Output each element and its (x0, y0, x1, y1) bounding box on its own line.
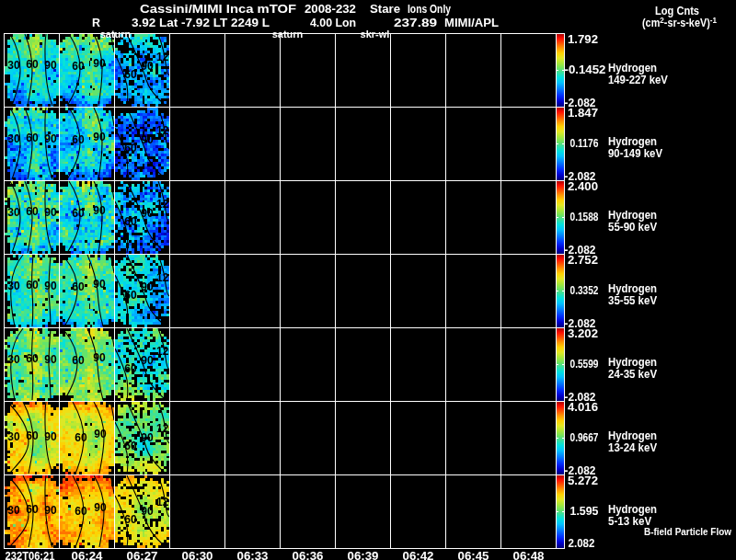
svg-text:MIMI/APL: MIMI/APL (444, 16, 499, 29)
svg-text:30: 30 (7, 132, 20, 145)
svg-text:1.847: 1.847 (568, 106, 598, 120)
svg-text:149-227 keV: 149-227 keV (608, 73, 668, 86)
svg-text:90: 90 (93, 351, 106, 364)
svg-text:90: 90 (141, 280, 154, 293)
svg-text:60: 60 (26, 279, 39, 291)
svg-text:saturn: saturn (100, 29, 132, 40)
svg-text:60: 60 (124, 142, 137, 154)
svg-text:06:36: 06:36 (293, 550, 324, 560)
svg-text:06:45: 06:45 (458, 550, 489, 560)
svg-text:60: 60 (26, 131, 39, 144)
svg-text:4.00 Lon: 4.00 Lon (310, 16, 356, 29)
svg-text:60: 60 (124, 215, 137, 228)
svg-text:60: 60 (124, 440, 137, 452)
svg-text:60: 60 (124, 362, 137, 375)
svg-text:30: 30 (7, 280, 20, 292)
svg-text:60: 60 (26, 429, 39, 442)
svg-text:90: 90 (93, 278, 106, 291)
svg-text:06:24: 06:24 (72, 550, 103, 560)
svg-text:60: 60 (72, 60, 85, 73)
svg-text:3.92 Lat -7.92 LT 2249 L: 3.92 Lat -7.92 LT 2249 L (132, 16, 270, 29)
svg-text:B-field Particle Flow: B-field Particle Flow (644, 526, 731, 537)
svg-text:60: 60 (75, 505, 87, 518)
svg-text:06:30: 06:30 (182, 550, 213, 560)
svg-text:90: 90 (94, 501, 107, 514)
svg-text:90: 90 (94, 428, 107, 440)
svg-text:13-24 keV: 13-24 keV (608, 440, 657, 454)
svg-text:1.792: 1.792 (568, 32, 598, 46)
svg-text:90: 90 (141, 354, 154, 367)
svg-text:60: 60 (75, 431, 87, 444)
svg-text:90: 90 (44, 353, 57, 366)
svg-text:90: 90 (44, 504, 57, 517)
svg-text:90: 90 (44, 430, 57, 443)
svg-text:06:39: 06:39 (348, 550, 379, 560)
svg-text:06:27: 06:27 (127, 550, 158, 560)
svg-text:30: 30 (7, 353, 20, 366)
svg-text:60: 60 (26, 205, 39, 218)
svg-text:5.272: 5.272 (568, 474, 598, 487)
svg-text:232T06:21: 232T06:21 (6, 550, 55, 560)
svg-text:06:42: 06:42 (403, 550, 434, 560)
svg-text:90: 90 (44, 132, 57, 145)
svg-text:06:33: 06:33 (237, 550, 269, 560)
svg-text:2.752: 2.752 (568, 253, 598, 267)
svg-text:60: 60 (124, 68, 137, 81)
svg-text:90: 90 (141, 431, 154, 444)
svg-text:90: 90 (141, 207, 154, 220)
svg-text:2008-232: 2008-232 (305, 2, 356, 16)
svg-text:60: 60 (124, 289, 137, 302)
svg-text:0.9667: 0.9667 (570, 430, 599, 444)
svg-text:-0.1452: -0.1452 (565, 63, 606, 76)
svg-text:4.016: 4.016 (568, 400, 598, 414)
svg-text:90: 90 (141, 133, 154, 146)
svg-text:60: 60 (26, 503, 39, 516)
svg-text:Ions Only: Ions Only (408, 2, 452, 16)
svg-text:R: R (92, 16, 101, 29)
svg-text:Cassini/MIMI Inca mTOF: Cassini/MIMI Inca mTOF (140, 2, 296, 16)
svg-text:90: 90 (93, 57, 106, 70)
svg-text:60: 60 (72, 280, 85, 293)
svg-text:2.082: 2.082 (569, 536, 595, 550)
svg-text:90-149 keV: 90-149 keV (608, 146, 662, 160)
svg-text:saturn: saturn (272, 29, 304, 40)
svg-text:Stare: Stare (370, 2, 400, 16)
svg-text:237.89: 237.89 (394, 16, 437, 29)
svg-text:2.400: 2.400 (568, 179, 598, 193)
svg-text:0.1588: 0.1588 (570, 210, 599, 223)
svg-text:90: 90 (93, 204, 106, 217)
svg-text:60: 60 (72, 207, 85, 220)
svg-text:60: 60 (124, 513, 137, 526)
svg-text:90: 90 (44, 280, 57, 292)
svg-text:0.3352: 0.3352 (570, 283, 599, 297)
svg-text:30: 30 (7, 430, 20, 443)
svg-text:0.1176: 0.1176 (570, 136, 599, 150)
svg-text:1.595: 1.595 (570, 504, 599, 518)
svg-text:30: 30 (7, 59, 20, 72)
svg-text:55-90 keV: 55-90 keV (608, 220, 657, 234)
svg-text:60: 60 (72, 354, 85, 367)
svg-text:90: 90 (141, 505, 154, 518)
svg-text:0.5599: 0.5599 (570, 357, 599, 371)
svg-text:3.202: 3.202 (568, 326, 598, 340)
svg-text:60: 60 (72, 133, 85, 146)
svg-text:90: 90 (93, 131, 106, 143)
svg-text:60: 60 (26, 58, 39, 71)
svg-text:60: 60 (26, 352, 39, 365)
svg-text:90: 90 (141, 60, 154, 73)
svg-text:90: 90 (44, 59, 57, 72)
svg-text:30: 30 (7, 504, 20, 517)
svg-text:24-35 keV: 24-35 keV (608, 367, 657, 381)
svg-text:30: 30 (7, 206, 20, 219)
svg-text:(cm2-sr-s-keV)-1: (cm2-sr-s-keV)-1 (642, 16, 717, 29)
svg-text:skr-wl: skr-wl (361, 29, 390, 40)
svg-text:90: 90 (44, 206, 57, 219)
svg-text:35-55 keV: 35-55 keV (608, 293, 657, 307)
svg-text:06:48: 06:48 (513, 550, 545, 560)
